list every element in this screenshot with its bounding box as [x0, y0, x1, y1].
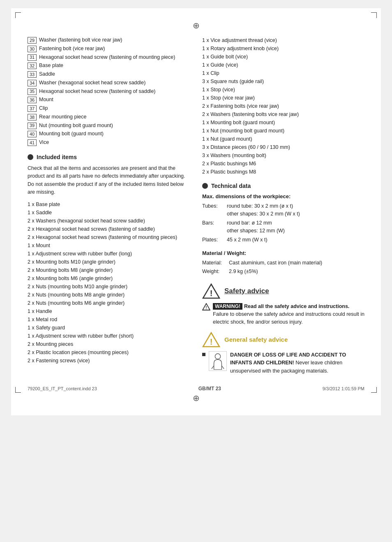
list-item: 2 x Nuts (mounting bolts M10 angle grind…	[28, 283, 190, 291]
bottom-crosshair-area: ⊕	[28, 393, 364, 403]
num-badge: 39	[28, 123, 37, 129]
bullet-circle-tech	[202, 183, 208, 189]
included-desc: Check that all the items and accessories…	[28, 164, 190, 197]
svg-point-6	[215, 354, 220, 359]
warning-label: WARNING!	[213, 303, 242, 310]
table-row: Tubes:round tube: 30 x 2 mm (ø x t)other…	[202, 202, 364, 219]
list-item: 1 x Stop (vice rear jaw)	[202, 94, 364, 102]
num-badge: 35	[28, 88, 37, 95]
list-item: 2 x Mounting bolts M6 (angle grinder)	[28, 274, 190, 283]
dimension-label: Plates:	[202, 236, 227, 244]
left-column: 29Washer (fastening bolt vice rear jaw)3…	[28, 36, 190, 378]
top-crosshair-area: ⊕	[28, 21, 364, 30]
list-item: 3 x Distance pieces (60 / 90 / 130 mm)	[202, 143, 364, 151]
list-item: 2 x Nuts (mounting bolts M6 angle grinde…	[28, 299, 190, 307]
list-item: 1 x Metal rod	[28, 315, 190, 324]
danger-bullet-icon	[202, 353, 205, 356]
num-badge: 32	[28, 63, 37, 69]
material-weight-heading: Material / Weight:	[202, 250, 364, 256]
list-item: 2 x Washers (fastening bolts vice rear j…	[202, 110, 364, 118]
numbered-item: 29Washer (fastening bolt vice rear jaw)	[28, 36, 190, 44]
item-text: Washer (hexagonal socket head screw sadd…	[39, 79, 145, 87]
material-label: Material:	[202, 259, 229, 267]
list-item: 1 x Adjustment screw with rubber buffer …	[28, 332, 190, 340]
material-weight-table: Material: Cast aluminium, cast iron (mai…	[202, 259, 325, 276]
num-badge: 37	[28, 105, 37, 112]
dimension-label: Bars:	[202, 219, 227, 236]
num-badge: 29	[28, 37, 37, 44]
numbered-item: 39Nut (mounting bolt guard mount)	[28, 122, 190, 130]
warning-normal-text: Failure to observe the safety advice and…	[213, 311, 364, 325]
warning-triangle-small-icon: !	[202, 303, 210, 310]
numbered-item: 37Clip	[28, 104, 190, 112]
numbered-item: 41Vice	[28, 139, 190, 146]
corner-bl	[15, 387, 21, 393]
list-item: 2 x Plastic bushings M6	[202, 160, 364, 168]
list-item: 1 x Nut (guard mount)	[202, 135, 364, 143]
corner-tl	[15, 12, 21, 18]
num-badge: 34	[28, 80, 37, 86]
danger-item: DANGER OF LOSS OF LIFE AND ACCIDENT TO I…	[202, 351, 364, 375]
list-item: 2 x Fastening screws (vice)	[28, 357, 190, 365]
included-items-list: 1 x Base plate1 x Saddle2 x Washers (hex…	[28, 200, 190, 365]
technical-data-heading: Technical data	[202, 183, 364, 189]
list-item: 2 x Mounting bolts M8 (angle grinder)	[28, 266, 190, 274]
item-text: Clip	[39, 104, 48, 112]
list-item: 2 x Mounting bolts M10 (angle grinder)	[28, 258, 190, 266]
child-icon	[211, 352, 225, 370]
svg-text:!: !	[210, 289, 213, 298]
warning-text: WARNING!Read all the safety advice and i…	[213, 303, 364, 327]
table-row: Bars:round bar: ø 12 mmother shapes: 12 …	[202, 219, 364, 236]
safety-title-text: Safety advice	[224, 287, 269, 295]
dimension-value: 45 x 2 mm (W x t)	[227, 236, 364, 244]
num-badge: 36	[28, 97, 37, 103]
footer-left: 79200_ES_IT_PT_content.indd 23	[28, 386, 97, 391]
weight-row: Weight: 2.9 kg (±5%)	[202, 267, 325, 276]
crosshair-bottom-icon: ⊕	[193, 394, 200, 403]
max-dimensions-heading: Max. dimensions of the workpiece:	[202, 193, 364, 199]
num-badge: 38	[28, 114, 37, 120]
list-item: 1 x Adjustment screw with rubber buffer …	[28, 250, 190, 258]
list-item: 2 x Nuts (mounting bolts M8 angle grinde…	[28, 291, 190, 299]
item-text: Vice	[39, 139, 49, 146]
list-item: 1 x Mounting bolt (guard mount)	[202, 118, 364, 127]
numbered-item: 36Mount	[28, 96, 190, 104]
numbered-item: 35Hexagonal socket head screw (fastening…	[28, 88, 190, 95]
numbered-item: 33Saddle	[28, 70, 190, 78]
warning-box: ! WARNING!Read all the safety advice and…	[202, 303, 364, 327]
danger-icon-box	[209, 351, 227, 371]
list-item: 2 x Fastening bolts (vice rear jaw)	[202, 102, 364, 110]
num-badge: 31	[28, 54, 37, 61]
svg-line-8	[221, 366, 224, 369]
list-item: 1 x Rotary adjustment knob (vice)	[202, 44, 364, 53]
general-safety-row: ! General safety advice	[202, 331, 364, 348]
item-text: Mounting bolt (guard mount)	[39, 130, 104, 138]
warning-bold-text: Read all the safety advice and instructi…	[244, 303, 349, 309]
item-text: Rear mounting piece	[39, 113, 86, 121]
item-text: Nut (mounting bolt guard mount)	[39, 122, 113, 130]
list-item: 2 x Washers (hexagonal socket head screw…	[28, 217, 190, 225]
numbered-item: 34Washer (hexagonal socket head screw sa…	[28, 79, 190, 87]
list-item: 1 x Base plate	[28, 200, 190, 208]
main-two-col: 29Washer (fastening bolt vice rear jaw)3…	[28, 36, 364, 378]
general-safety-triangle-icon: !	[202, 331, 220, 348]
item-text: Mount	[39, 96, 53, 104]
num-badge: 33	[28, 71, 37, 78]
item-text: Hexagonal socket head screw (fastening o…	[39, 88, 156, 95]
technical-data-label: Technical data	[211, 183, 251, 189]
general-safety-title-text: General safety advice	[224, 336, 288, 343]
item-text: Saddle	[39, 70, 55, 78]
bullet-circle-included	[28, 154, 33, 160]
svg-line-7	[212, 366, 214, 369]
weight-label: Weight:	[202, 267, 229, 276]
numbered-item: 31Hexagonal socket head screw (fastening…	[28, 53, 190, 61]
material-value: Cast aluminium, cast iron (main material…	[229, 259, 325, 267]
list-item: 1 x Safety guard	[28, 324, 190, 332]
list-item: 1 x Guide bolt (vice)	[202, 53, 364, 61]
list-item: 1 x Saddle	[28, 208, 190, 217]
list-item: 1 x Handle	[28, 307, 190, 315]
weight-value: 2.9 kg (±5%)	[229, 267, 325, 276]
included-items-label: Included items	[37, 154, 77, 160]
safety-title-row: ! Safety advice	[202, 283, 364, 299]
table-row: Plates:45 x 2 mm (W x t)	[202, 236, 364, 244]
